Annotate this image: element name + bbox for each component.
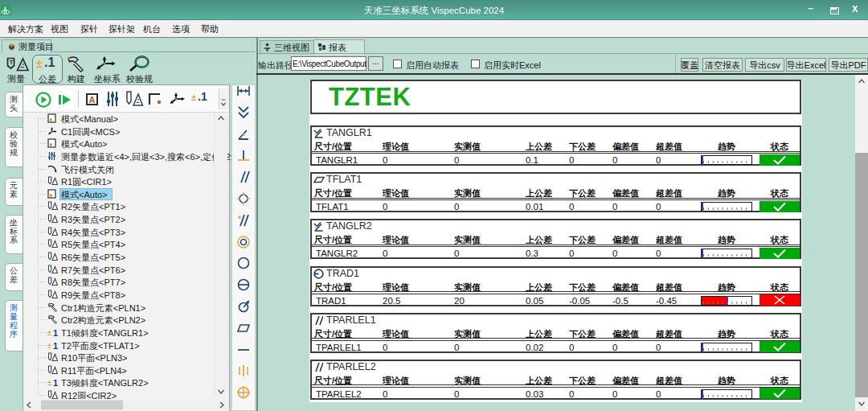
svg-text:1: 1 [53,378,58,387]
svg-text:1: 1 [53,328,58,337]
svg-text:T: T [9,59,13,66]
svg-text:±: ± [47,329,51,337]
svg-text:A: A [89,95,96,105]
svg-text:±: ± [47,379,51,387]
svg-text:±: ± [47,342,51,350]
svg-text:1: 1 [53,341,58,350]
